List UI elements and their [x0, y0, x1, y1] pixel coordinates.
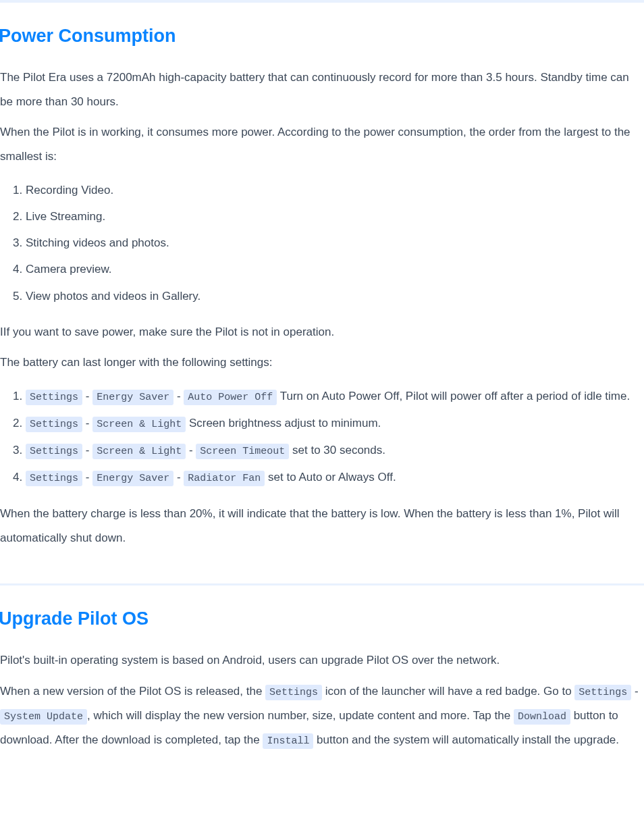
paragraph-power-order: When the Pilot is in working, it consume…	[0, 120, 644, 168]
separator: -	[173, 390, 184, 402]
separator: -	[173, 471, 184, 484]
list-item-tail: set to 30 seconds.	[289, 444, 385, 457]
code-screen-light: Screen & Light	[92, 417, 186, 432]
power-settings-list: Settings - Energy Saver - Auto Power Off…	[0, 387, 644, 487]
separator: -	[82, 471, 92, 484]
separator: -	[186, 444, 196, 457]
document-content: Power Consumption The Pilot Era uses a 7…	[0, 26, 644, 752]
power-consumption-list: Recording Video. Live Streaming. Stitchi…	[0, 181, 644, 305]
upgrade-pilot-os-heading: Upgrade Pilot OS	[0, 608, 644, 629]
list-item: Settings - Screen & Light - Screen Timeo…	[26, 441, 644, 460]
code-radiator-fan: Radiator Fan	[184, 471, 265, 486]
section-divider	[0, 583, 644, 585]
code-settings: Settings	[265, 685, 322, 700]
separator: -	[82, 444, 92, 457]
paragraph-os-intro: Pilot's built-in operating system is bas…	[0, 648, 644, 673]
list-item-tail: Turn on Auto Power Off, Pilot will power…	[277, 390, 630, 402]
list-item: Recording Video.	[26, 181, 644, 199]
separator: -	[82, 390, 92, 402]
code-screen-timeout: Screen Timeout	[196, 444, 289, 459]
paragraph-os-upgrade: When a new version of the Pilot OS is re…	[0, 679, 644, 752]
code-system-update: System Update	[0, 709, 87, 725]
code-settings: Settings	[26, 444, 82, 459]
list-item: Settings - Energy Saver - Radiator Fan s…	[26, 468, 644, 487]
list-item: Settings - Energy Saver - Auto Power Off…	[26, 387, 644, 406]
separator: -	[82, 417, 92, 429]
list-item: Camera preview.	[26, 260, 644, 278]
paragraph-low-battery: When the battery charge is less than 20%…	[0, 502, 644, 550]
text-fragment: icon of the launcher will have a red bad…	[322, 685, 574, 698]
list-item: Live Streaming.	[26, 207, 644, 226]
code-energy-saver: Energy Saver	[92, 471, 173, 486]
list-item: Settings - Screen & Light Screen brightn…	[26, 414, 644, 433]
code-screen-light: Screen & Light	[92, 444, 186, 459]
list-item-tail: set to Auto or Always Off.	[265, 471, 396, 484]
code-auto-power-off: Auto Power Off	[184, 390, 277, 405]
code-settings: Settings	[26, 471, 82, 486]
top-divider	[0, 0, 644, 3]
code-energy-saver: Energy Saver	[92, 390, 173, 405]
code-install: Install	[263, 733, 313, 749]
paragraph-battery-intro: The Pilot Era uses a 7200mAh high-capaci…	[0, 66, 644, 113]
code-download: Download	[514, 709, 570, 725]
text-fragment: -	[631, 685, 638, 698]
list-item: View photos and videos in Gallery.	[26, 287, 644, 305]
code-settings: Settings	[574, 685, 631, 700]
text-fragment: , which will display the new version num…	[87, 709, 514, 722]
paragraph-save-power: IIf you want to save power, make sure th…	[0, 320, 644, 344]
power-consumption-heading: Power Consumption	[0, 26, 644, 47]
list-item: Stitching videos and photos.	[26, 234, 644, 252]
code-settings: Settings	[26, 390, 82, 405]
text-fragment: When a new version of the Pilot OS is re…	[0, 685, 265, 698]
paragraph-settings-intro: The battery can last longer with the fol…	[0, 350, 644, 375]
text-fragment: button and the system will automatically…	[313, 733, 619, 746]
code-settings: Settings	[26, 417, 82, 432]
list-item-tail: Screen brightness adjust to minimum.	[186, 417, 381, 429]
